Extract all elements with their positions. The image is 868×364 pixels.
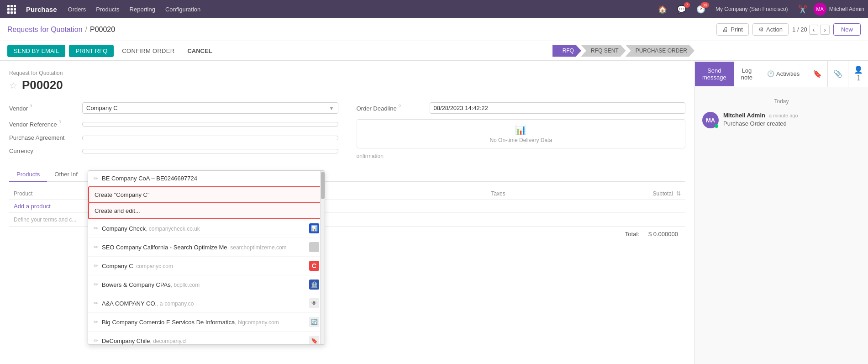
- tab-products[interactable]: Products: [9, 167, 47, 182]
- vendor-ref-input[interactable]: [82, 122, 338, 127]
- user-count-btn[interactable]: 👤1: [848, 61, 868, 87]
- dropdown-aa-company[interactable]: ✏ A&A COMPANY CO., a-company.co 👁: [88, 294, 325, 313]
- chatter-right: 🔖 📎 👤1 ✓ Following: [807, 61, 868, 87]
- menu-orders[interactable]: Orders: [63, 4, 91, 15]
- send-message-button[interactable]: Send message: [695, 62, 734, 86]
- vendor-ref-field[interactable]: [82, 122, 338, 127]
- print-button[interactable]: 🖨 Print: [716, 23, 749, 36]
- star-icon[interactable]: ☆: [9, 80, 17, 91]
- app-logo[interactable]: [4, 5, 20, 14]
- order-deadline-field[interactable]: 08/28/2023 14:42:22: [430, 102, 686, 114]
- add-product-link[interactable]: Add a product: [14, 203, 51, 210]
- home-icon-btn[interactable]: 🏠: [654, 3, 671, 16]
- chat-icon-btn[interactable]: 💬 7: [673, 3, 690, 16]
- pager-next[interactable]: ›: [820, 25, 830, 35]
- activities-button[interactable]: 🕐 Activities: [760, 65, 807, 83]
- main-layout: Request for Quotation ☆ P00020 Vendor ? …: [0, 61, 868, 364]
- company-c-icon: C: [309, 261, 319, 271]
- dropdown-create-and-edit[interactable]: Create and edit...: [88, 202, 325, 219]
- company-check-icon: 📊: [309, 223, 319, 233]
- clock-icon-btn[interactable]: 🕐 39: [693, 3, 709, 16]
- pager-prev[interactable]: ‹: [809, 25, 819, 35]
- menu-reporting[interactable]: Reporting: [125, 4, 160, 15]
- status-purchase-order[interactable]: PURCHASE ORDER: [626, 45, 694, 57]
- vendor-ref-label: Vendor Reference ?: [9, 120, 82, 128]
- col-subtotal: Subtotal ⇅: [510, 188, 685, 200]
- topnav-right: 🏠 💬 7 🕐 39 My Company (San Francisco) ✂️…: [654, 3, 864, 16]
- purchase-agreement-field[interactable]: [82, 136, 338, 140]
- confirmation-text: onfirmation: [357, 153, 686, 159]
- tab-other-info[interactable]: Other Inf: [47, 167, 85, 182]
- edit-icon-1: ✏: [94, 225, 98, 232]
- company-name[interactable]: My Company (San Francisco): [712, 6, 792, 12]
- dropdown-bowers[interactable]: ✏ Bowers & Company CPAs, bcpllc.com 🏦: [88, 275, 325, 294]
- edit-icon-4: ✏: [94, 281, 98, 288]
- dropdown-company-check[interactable]: ✏ Company Check, companycheck.co.uk 📊: [88, 219, 325, 238]
- col-taxes: Taxes: [399, 188, 510, 200]
- menu-products[interactable]: Products: [91, 4, 124, 15]
- top-menu: Orders Products Reporting Configuration: [63, 4, 205, 15]
- breadcrumb-link[interactable]: Requests for Quotation: [7, 26, 83, 34]
- print-rfq-button[interactable]: PRINT RFQ: [69, 45, 114, 57]
- gear-icon: ⚙: [758, 26, 764, 33]
- menu-configuration[interactable]: Configuration: [161, 4, 205, 15]
- dropdown-seo-company[interactable]: ✏ SEO Company California - Search Optimi…: [88, 238, 325, 257]
- dropdown-scrollbar[interactable]: [320, 171, 325, 344]
- print-icon: 🖨: [722, 26, 728, 33]
- breadcrumb-separator: /: [85, 26, 87, 34]
- chatter-body: Today MA Mitchell Admin a minute ago Pur…: [695, 87, 868, 364]
- attachment-icon-btn[interactable]: 📎: [827, 61, 848, 87]
- vendor-field-row: Vendor ? Company C ▼: [9, 101, 338, 115]
- dropdown-big-company[interactable]: ✏ Big Company Comercio E Servicos De Inf…: [88, 313, 325, 332]
- purchase-agreement-input[interactable]: [82, 136, 338, 140]
- big-company-icon: 🔄: [309, 317, 319, 327]
- vendor-input[interactable]: Company C ▼: [82, 102, 338, 114]
- aa-icon: 👁: [309, 298, 319, 308]
- edit-icon-6: ✏: [94, 319, 98, 325]
- edit-icon-2: ✏: [94, 244, 98, 250]
- user-avatar[interactable]: MA: [814, 3, 826, 16]
- bowers-icon: 🏦: [309, 280, 319, 290]
- cancel-button[interactable]: CANCEL: [183, 45, 216, 57]
- decompany-icon: 🔖: [309, 336, 319, 344]
- vendor-dropdown: ✏ BE Company CoA – BE0246697724 Create "…: [88, 170, 325, 345]
- message-time: a minute ago: [769, 113, 798, 118]
- username[interactable]: Mitchell Admin: [829, 6, 864, 12]
- clock-activities-icon: 🕐: [767, 70, 774, 77]
- total-value: $ 0.000000: [648, 231, 678, 237]
- status-rfq[interactable]: RFQ: [552, 45, 581, 57]
- currency-field[interactable]: [82, 149, 338, 153]
- seo-icon: [309, 242, 319, 252]
- app-name[interactable]: Purchase: [21, 5, 62, 13]
- dropdown-be-company[interactable]: ✏ BE Company CoA – BE0246697724: [88, 171, 325, 186]
- new-button[interactable]: New: [833, 23, 861, 36]
- action-button[interactable]: ⚙ Action: [752, 23, 789, 36]
- chatter-actions: Send message Log note 🕐 Activities 🔖 📎 👤…: [695, 61, 868, 87]
- send-email-button[interactable]: SEND BY EMAIL: [7, 45, 65, 57]
- order-deadline-input[interactable]: 08/28/2023 14:42:22: [430, 102, 686, 114]
- dropdown-company-c[interactable]: ✏ Company C, companyc.com C: [88, 257, 325, 275]
- date-divider: Today: [702, 98, 861, 105]
- form-area: Request for Quotation ☆ P00020 Vendor ? …: [0, 61, 694, 364]
- confirm-order-button[interactable]: CONFIRM ORDER: [117, 45, 179, 57]
- currency-input[interactable]: [82, 149, 338, 153]
- edit-pencil-icon: ✏: [94, 175, 98, 182]
- actionbar: SEND BY EMAIL PRINT RFQ CONFIRM ORDER CA…: [0, 41, 553, 60]
- message-author: Mitchell Admin: [723, 112, 765, 119]
- order-deadline-label: Order Deadline ?: [357, 104, 430, 112]
- dropdown-scroll: ✏ BE Company CoA – BE0246697724 Create "…: [88, 171, 325, 344]
- vendor-ref-field-row: Vendor Reference ?: [9, 119, 338, 129]
- log-note-button[interactable]: Log note: [734, 62, 760, 86]
- dropdown-create-company-c[interactable]: Create "Company C": [88, 186, 325, 203]
- subtotal-sort-icon[interactable]: ⇅: [676, 190, 681, 197]
- dropdown-decompany[interactable]: ✏ DeCompany Chile, decompany.cl 🔖: [88, 332, 325, 344]
- pager-text: 1 / 20: [792, 26, 807, 33]
- grid-icon: [7, 5, 16, 14]
- scissor-icon[interactable]: ✂️: [794, 3, 811, 16]
- bookmark-icon-btn[interactable]: 🔖: [807, 61, 827, 87]
- top-navigation: Purchase Orders Products Reporting Confi…: [0, 0, 868, 18]
- scrollbar-thumb: [321, 172, 325, 199]
- status-rfq-sent[interactable]: RFQ SENT: [581, 45, 626, 57]
- subheader-right: 🖨 Print ⚙ Action 1 / 20 ‹ › New: [716, 23, 861, 36]
- breadcrumb-current: P00020: [90, 26, 115, 34]
